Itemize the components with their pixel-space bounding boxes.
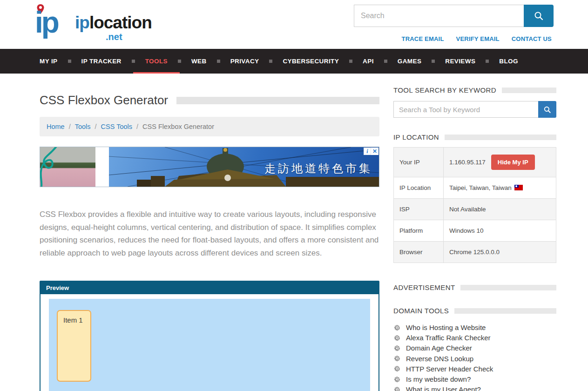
row-label: Your IP xyxy=(394,148,444,177)
preview-panel-body: Item 1 xyxy=(41,294,378,391)
isp-value: Not Available xyxy=(444,199,556,220)
tool-search-input[interactable] xyxy=(393,101,538,118)
ip-location-value: Taipei, Taiwan, Taiwan xyxy=(449,184,512,191)
ad-banner[interactable]: 走訪地道特色市集 i ✕ xyxy=(40,147,379,187)
row-label: Browser xyxy=(394,242,444,263)
domain-tool-link[interactable]: Alexa Traffic Rank Checker xyxy=(406,333,490,343)
table-row: Your IP 1.160.95.117 Hide My IP xyxy=(394,148,556,177)
gear-icon xyxy=(393,335,400,342)
row-label: ISP xyxy=(394,199,444,220)
ad-right-image: 走訪地道特色市集 xyxy=(109,147,379,187)
tool-search-heading: TOOL SEARCH BY KEYWORD xyxy=(393,86,496,94)
domain-tool-link[interactable]: What is my User Agent? xyxy=(406,384,481,391)
ad-close-icon[interactable]: ✕ xyxy=(371,148,378,155)
nav-separator xyxy=(217,60,220,63)
ad-caption-text: 走訪地道特色市集 xyxy=(264,161,372,176)
content-wrapper: CSS Flexbox Generator Home / Tools / CSS… xyxy=(0,74,588,391)
nav-item-blog[interactable]: BLOG xyxy=(499,49,518,74)
tool-search-button[interactable] xyxy=(538,101,556,118)
domain-tool-link[interactable]: Domain Age Checker xyxy=(406,343,472,353)
nav-item-tools[interactable]: TOOLS xyxy=(145,49,168,74)
logo-mark: ip xyxy=(35,7,58,37)
breadcrumb-css-tools[interactable]: CSS Tools xyxy=(101,123,132,130)
row-label: IP Location xyxy=(394,177,444,199)
nav-item-web[interactable]: WEB xyxy=(191,49,207,74)
domain-tool-link[interactable]: Reverse DNS Lookup xyxy=(406,354,473,364)
nav-separator xyxy=(68,60,71,63)
browser-value: Chrome 125.0.0.0 xyxy=(444,242,556,263)
ad-route-squiggle xyxy=(40,147,95,187)
domain-tool-link[interactable]: HTTP Server Header Check xyxy=(406,364,493,374)
heading-decorative-bar xyxy=(460,285,556,290)
page-title-row: CSS Flexbox Generator xyxy=(40,93,379,108)
taiwan-flag-icon xyxy=(514,185,523,190)
breadcrumb: Home / Tools / CSS Tools / CSS Flexbox G… xyxy=(40,117,379,136)
nav-item-reviews[interactable]: REVIEWS xyxy=(445,49,475,74)
list-item: Reverse DNS Lookup xyxy=(393,354,556,364)
ip-location-heading-row: IP LOCATION xyxy=(393,133,556,141)
tool-search-form xyxy=(393,101,556,118)
preview-panel-header: Preview xyxy=(41,282,378,294)
nav-separator xyxy=(132,60,135,63)
nav-item-cybersecurity[interactable]: CYBERSECURITY xyxy=(283,49,339,74)
domain-tool-link[interactable]: Is my website down? xyxy=(406,374,471,384)
table-row: ISP Not Available xyxy=(394,199,556,220)
advertisement-heading: ADVERTISEMENT xyxy=(393,283,455,291)
header-links: TRACE EMAIL VERIFY EMAIL CONTACT US xyxy=(402,35,552,42)
breadcrumb-home[interactable]: Home xyxy=(47,123,65,130)
domain-tools-heading-row: DOMAIN TOOLS xyxy=(393,307,556,315)
row-value: Taipei, Taiwan, Taiwan xyxy=(444,177,556,199)
nav-item-ip-tracker[interactable]: IP TRACKER xyxy=(81,49,121,74)
main-nav: MY IP IP TRACKER TOOLS WEB PRIVACY CYBER… xyxy=(0,49,588,74)
flexbox-preview-container: Item 1 xyxy=(49,299,370,391)
breadcrumb-tools[interactable]: Tools xyxy=(75,123,91,130)
nav-item-games[interactable]: GAMES xyxy=(398,49,422,74)
flexbox-preview-item: Item 1 xyxy=(57,310,91,382)
site-logo[interactable]: ip iplocation .net xyxy=(35,4,147,45)
heading-decorative-bar xyxy=(454,308,556,314)
logo-word-ip: ip xyxy=(75,13,89,32)
trace-email-link[interactable]: TRACE EMAIL xyxy=(402,35,444,42)
nav-separator xyxy=(432,60,435,63)
domain-tools-heading: DOMAIN TOOLS xyxy=(393,307,449,315)
logo-net: .net xyxy=(106,32,122,42)
nav-item-api[interactable]: API xyxy=(363,49,374,74)
nav-separator xyxy=(349,60,352,63)
hide-my-ip-button[interactable]: Hide My IP xyxy=(491,155,535,170)
tool-search-heading-row: TOOL SEARCH BY KEYWORD xyxy=(393,86,556,94)
sidebar: TOOL SEARCH BY KEYWORD IP LOCATION Your … xyxy=(393,74,556,391)
nav-item-my-ip[interactable]: MY IP xyxy=(40,49,58,74)
nav-item-privacy[interactable]: PRIVACY xyxy=(230,49,259,74)
list-item: Domain Age Checker xyxy=(393,343,556,353)
search-icon xyxy=(534,11,544,21)
table-row: IP Location Taipei, Taiwan, Taiwan xyxy=(394,177,556,199)
domain-tool-link[interactable]: Who is Hosting a Website xyxy=(406,323,486,333)
gear-icon xyxy=(393,345,400,352)
gear-icon xyxy=(393,376,400,383)
header-search-button[interactable] xyxy=(524,5,554,27)
header-search-input[interactable] xyxy=(354,5,524,27)
verify-email-link[interactable]: VERIFY EMAIL xyxy=(456,35,500,42)
ad-gap xyxy=(95,147,109,187)
ad-left-image xyxy=(40,147,95,187)
site-header: ip iplocation .net TRACE EMAIL VERIFY EM… xyxy=(0,0,588,49)
platform-value: Windows 10 xyxy=(444,220,556,242)
main-column: CSS Flexbox Generator Home / Tools / CSS… xyxy=(40,74,379,391)
your-ip-value: 1.160.95.117 xyxy=(449,159,486,166)
logo-wordmark: iplocation xyxy=(75,14,152,31)
search-icon xyxy=(543,106,551,114)
ad-info-icon[interactable]: i xyxy=(364,148,371,155)
domain-tools-list: Who is Hosting a Website Alexa Traffic R… xyxy=(393,323,556,391)
tool-description: CSS Flexbox provides a flexible and intu… xyxy=(40,208,379,259)
gear-icon xyxy=(393,386,400,391)
nav-separator xyxy=(269,60,272,63)
breadcrumb-current: CSS Flexbox Generator xyxy=(142,123,214,130)
nav-separator xyxy=(486,60,489,63)
ip-location-table: Your IP 1.160.95.117 Hide My IP IP Locat… xyxy=(393,147,556,263)
row-value: 1.160.95.117 Hide My IP xyxy=(444,148,556,177)
gear-icon xyxy=(393,365,400,372)
list-item: What is my User Agent? xyxy=(393,384,556,391)
contact-us-link[interactable]: CONTACT US xyxy=(512,35,552,42)
preview-panel: Preview Item 1 xyxy=(40,281,379,391)
list-item: Is my website down? xyxy=(393,374,556,384)
